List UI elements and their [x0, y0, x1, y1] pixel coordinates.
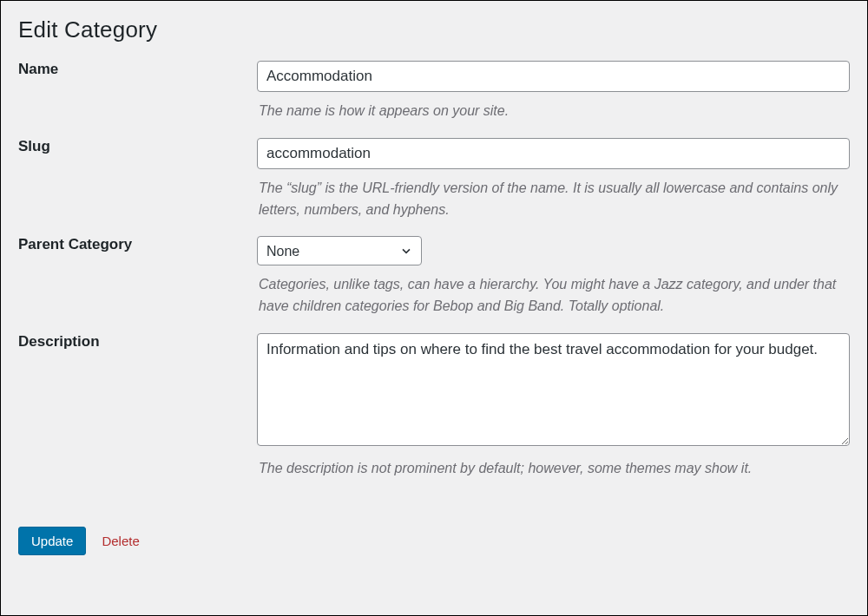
slug-help: The “slug” is the URL-friendly version o… [259, 178, 848, 221]
description-help: The description is not prominent by defa… [259, 458, 848, 480]
parent-label: Parent Category [18, 236, 132, 252]
parent-help: Categories, unlike tags, can have a hier… [259, 274, 848, 318]
name-label: Name [18, 61, 58, 77]
description-label: Description [18, 333, 100, 350]
row-slug: Slug The “slug” is the URL-friendly vers… [18, 138, 850, 237]
slug-input[interactable] [257, 138, 850, 169]
description-textarea[interactable] [257, 333, 850, 446]
form-actions: Update Delete [18, 527, 850, 555]
edit-category-panel: Edit Category Name The name is how it ap… [0, 0, 868, 616]
name-help: The name is how it appears on your site. [259, 101, 848, 122]
parent-select[interactable]: None [257, 236, 422, 265]
slug-label: Slug [18, 138, 50, 154]
row-description: Description The description is not promi… [18, 333, 850, 495]
delete-link[interactable]: Delete [102, 534, 139, 548]
form-table: Name The name is how it appears on your … [18, 61, 850, 495]
update-button[interactable]: Update [18, 527, 86, 555]
page-title: Edit Category [18, 16, 850, 43]
row-parent: Parent Category None Categories, unlike … [18, 236, 850, 333]
name-input[interactable] [257, 61, 850, 92]
row-name: Name The name is how it appears on your … [18, 61, 850, 138]
